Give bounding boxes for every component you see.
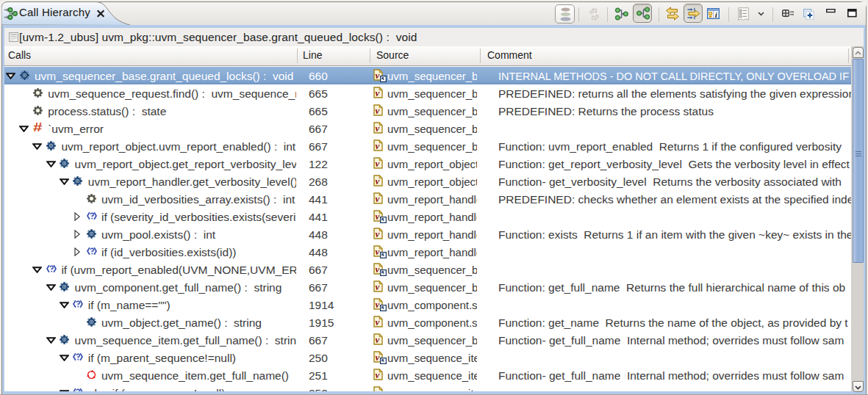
svg-text:v: v [376, 352, 380, 363]
svg-text:v: v [376, 123, 380, 134]
svg-text:v: v [376, 316, 380, 327]
svg-text:v: v [376, 246, 380, 257]
svg-text:v: v [376, 228, 380, 239]
svg-text:v: v [376, 105, 380, 116]
svg-text:v: v [376, 175, 380, 186]
svg-text:v: v [376, 334, 380, 345]
svg-text:v: v [376, 211, 380, 222]
svg-text:v: v [376, 70, 380, 81]
svg-text:v: v [376, 264, 380, 275]
svg-text:v: v [376, 87, 380, 98]
svg-text:v: v [376, 158, 380, 169]
svg-text:v: v [376, 140, 380, 151]
svg-text:v: v [376, 281, 380, 292]
svg-text:v: v [376, 193, 380, 204]
svg-text:v: v [376, 299, 380, 310]
svg-text:v: v [376, 369, 380, 380]
